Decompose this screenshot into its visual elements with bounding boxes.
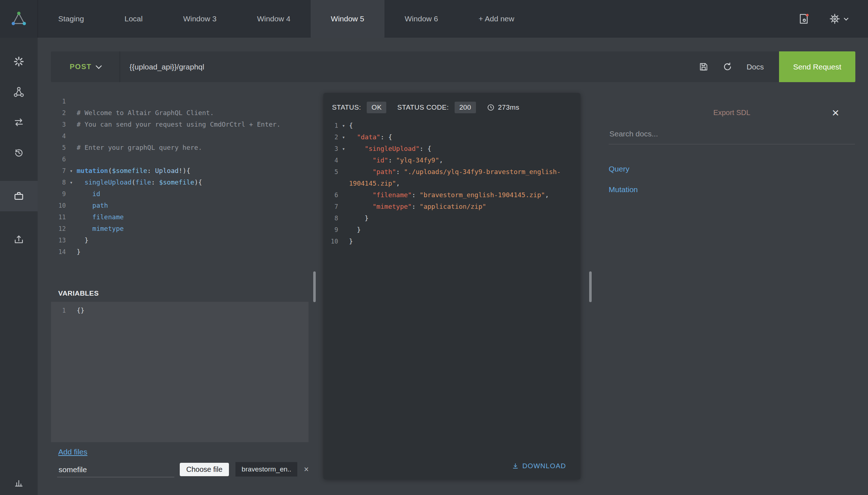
close-docs-icon[interactable]: × [832,106,839,119]
code-line: 2# Welcome to Altair GraphQL Client. [51,107,309,119]
code-text: filename [77,211,309,223]
code-line: 7▾mutation($somefile: Upload!){ [51,165,309,177]
briefcase-icon [13,191,24,202]
code-line: 10 path [51,200,309,211]
code-line: 3▾ "singleUpload": { [323,143,580,155]
code-text: "data": { [349,131,580,143]
code-text [77,96,309,107]
line-number: 3 [51,119,66,130]
code-line: 12 mimetype [51,223,309,234]
pane-resize-handle-left[interactable] [313,271,316,302]
code-text: {} [77,305,309,316]
fold-spacer [66,200,77,211]
fold-spacer [338,236,349,247]
fold-arrow-icon[interactable]: ▾ [338,131,349,143]
code-text: } [77,234,309,246]
choose-file-button[interactable]: Choose file [180,463,229,476]
export-sdl-link[interactable]: Export SDL [609,109,855,117]
line-number: 5 [323,166,338,178]
code-line: 14} [51,246,309,258]
fold-spacer [338,224,349,236]
docs-panel: Export SDL × QueryMutation [609,109,855,194]
sidebar-item-export[interactable] [0,224,38,255]
fold-spacer [66,107,77,119]
tab-bar: StagingLocalWindow 3Window 4Window 5Wind… [38,0,458,38]
settings-menu-button[interactable] [829,13,848,25]
line-number: 7 [51,165,66,177]
fold-arrow-icon[interactable]: ▾ [338,120,349,131]
sidebar-item-plugins[interactable] [0,46,38,77]
sidebar-item-proxy[interactable] [0,107,38,138]
spark-flower-icon [13,56,24,67]
fold-arrow-icon[interactable]: ▾ [66,177,77,188]
code-text: "singleUpload": { [349,143,580,155]
response-time: 273ms [487,103,519,111]
code-line: 5 "path": "./uploads/ylq-34fy9-bravestor… [323,166,580,178]
line-number: 4 [323,155,338,166]
code-line: 7 "mimetype": "application/zip" [323,201,580,212]
code-text: # You can send your request using CmdOrC… [77,119,309,130]
download-icon [512,462,519,470]
code-line: 1904145.zip", [323,178,580,189]
code-text: mutation($somefile: Upload!){ [77,165,309,177]
docs-link-query[interactable]: Query [609,165,855,173]
send-request-button[interactable]: Send Request [779,51,855,82]
environment-settings-button[interactable] [797,13,810,25]
line-number: 8 [323,212,338,224]
add-files-link[interactable]: Add files [58,448,88,456]
line-number: 1 [51,96,66,107]
tab-window-3[interactable]: Window 3 [163,0,237,38]
variables-editor[interactable]: 1{} [51,302,309,442]
save-floppy-icon [699,62,709,72]
code-line: 3# You can send your request using CmdOr… [51,119,309,130]
altair-logo[interactable] [0,0,38,38]
code-line: 6 [51,153,309,165]
add-new-tab-button[interactable]: + Add new [458,0,535,38]
sidebar-item-history[interactable] [0,138,38,168]
remove-file-icon[interactable]: × [304,465,309,474]
code-text: "path": "./uploads/ylq-34fy9-bravestorm_… [349,166,580,178]
sidebar-item-stats[interactable] [0,474,38,491]
query-editor[interactable]: 12# Welcome to Altair GraphQL Client.3# … [51,96,309,258]
url-input[interactable] [120,63,699,71]
tab-window-5[interactable]: Window 5 [311,0,384,38]
code-line: 6 "filename": "bravestorm_english-190414… [323,189,580,201]
line-number: 9 [51,188,66,200]
docs-search-input[interactable] [609,130,855,144]
chevron-down-icon [844,16,848,21]
sidebar [0,38,38,495]
save-request-button[interactable] [699,62,709,72]
line-number: 6 [323,189,338,201]
docs-link-mutation[interactable]: Mutation [609,185,855,194]
fold-spacer [66,223,77,234]
tab-window-4[interactable]: Window 4 [237,0,311,38]
code-text: } [349,224,580,236]
tab-local[interactable]: Local [104,0,163,38]
code-line: 11 filename [51,211,309,223]
sidebar-item-collections[interactable] [0,181,38,211]
code-line: 1▾{ [323,120,580,131]
tab-staging[interactable]: Staging [38,0,104,38]
code-line: 10} [323,236,580,247]
sidebar-item-schema[interactable] [0,77,38,107]
download-label: DOWNLOAD [522,462,566,470]
http-method-dropdown[interactable]: POST [51,51,120,82]
tab-window-6[interactable]: Window 6 [384,0,458,38]
pane-resize-handle-right[interactable] [589,271,592,302]
file-variable-name-input[interactable] [57,464,174,477]
selected-file-chip: bravestorm_en.. [235,462,297,477]
notification-dot [806,14,809,16]
fold-arrow-icon[interactable]: ▾ [66,165,77,177]
response-body-code: 1▾{2▾ "data": {3▾ "singleUpload": {4 "id… [323,120,580,247]
docs-toggle-button[interactable]: Docs [746,63,764,71]
line-number [323,178,338,189]
status-value-badge: OK [367,102,386,113]
swap-arrows-icon [13,117,24,128]
download-response-button[interactable]: DOWNLOAD [512,462,566,470]
bar-chart-icon [14,478,24,488]
variables-editor-code: 1{} [51,305,309,316]
code-text: singleUpload(file: $somefile){ [77,177,309,188]
reload-docs-button[interactable] [722,62,733,72]
line-number: 8 [51,177,66,188]
fold-arrow-icon[interactable]: ▾ [338,143,349,155]
